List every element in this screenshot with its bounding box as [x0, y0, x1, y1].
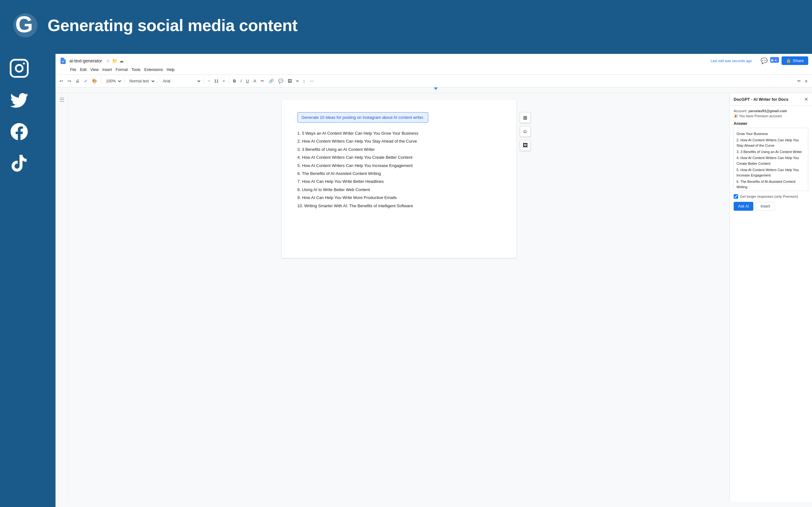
tiktok-icon[interactable]	[8, 152, 30, 174]
docs-body: ☰ Generate 10 ideas for posting on Insta…	[55, 93, 406, 253]
font-dropdown[interactable]: Arial Times New Roman Courier New	[160, 78, 201, 84]
spell-check-button[interactable]: ✓	[83, 78, 89, 84]
star-icon[interactable]: ☆	[106, 58, 110, 63]
font-size-increase[interactable]: +	[221, 78, 227, 84]
underline-button[interactable]: U	[245, 78, 251, 84]
banner-title: Generating social media content	[48, 16, 298, 35]
twitter-icon[interactable]	[8, 89, 30, 111]
menu-file[interactable]: File	[68, 66, 78, 73]
toolbar-sep-1	[101, 78, 101, 84]
docs-filename: ai-text-generator	[69, 58, 102, 63]
redo-button[interactable]: ↪	[66, 78, 72, 84]
folder-icon[interactable]: 📁	[112, 58, 117, 63]
top-banner: G Generating social media content	[0, 0, 406, 51]
menu-view[interactable]: View	[89, 66, 101, 73]
svg-rect-2	[10, 60, 28, 77]
facebook-icon[interactable]	[8, 120, 30, 143]
toolbar-sep-3	[158, 78, 158, 84]
menu-insert[interactable]: Insert	[101, 66, 114, 73]
menu-format[interactable]: Format	[114, 66, 130, 73]
menu-edit[interactable]: Edit	[78, 66, 89, 73]
bold-button[interactable]: B	[232, 78, 238, 84]
doc-content: 1. 5 Ways an AI Content Writer Can Help …	[298, 130, 406, 210]
toolbar-sep-4	[204, 78, 204, 84]
docs-menu-row: File Edit View Insert Format Tools Exten…	[68, 66, 406, 74]
menu-tools[interactable]: Tools	[130, 66, 142, 73]
doc-item-1: 1. 5 Ways an AI Content Writer Can Help …	[298, 130, 406, 137]
google-logo-icon: G	[13, 13, 38, 38]
prompt-box: Generate 10 ideas for posting on Instagr…	[298, 112, 406, 123]
svg-point-3	[15, 65, 22, 72]
font-size-display: 11	[213, 79, 220, 83]
svg-point-4	[23, 62, 25, 65]
docs-container: ai-text-generator ☆ 📁 ☁ Last edit was se…	[55, 54, 406, 253]
paint-format-button[interactable]: 🎨	[90, 78, 99, 84]
line-spacing-button[interactable]: ↕	[301, 78, 307, 84]
doc-item-7: 7. How AI Can Help You Write Better Head…	[298, 178, 406, 185]
link-button[interactable]: 🔗	[267, 78, 275, 84]
menu-help[interactable]: Help	[165, 66, 177, 73]
doc-item-2: 2. How AI Content Writers Can Help You S…	[298, 137, 406, 145]
doc-item-8: 8. Using AI to Write Better Web Content	[298, 186, 406, 193]
align-button[interactable]: ≡	[295, 78, 300, 84]
social-sidebar	[8, 57, 30, 174]
doc-item-3: 3. 3 Benefits of Using an AI Content Wri…	[298, 146, 406, 153]
print-button[interactable]: 🖨	[74, 78, 81, 84]
docs-file-icon	[59, 57, 67, 65]
text-color-button[interactable]: A	[252, 78, 258, 84]
zoom-dropdown[interactable]: 100% 75% 125% 150%	[103, 78, 122, 84]
docs-title-row: ai-text-generator ☆ 📁 ☁ Last edit was se…	[59, 56, 406, 65]
italic-button[interactable]: I	[239, 78, 243, 84]
comment-add-button[interactable]: 💬	[276, 78, 285, 84]
undo-button[interactable]: ↩	[58, 78, 65, 84]
doc-item-9: 9. How AI Can Help You Write More Produc…	[298, 194, 406, 201]
docs-left-sidebar: ☰	[55, 93, 68, 253]
docs-header: ai-text-generator ☆ 📁 ☁ Last edit was se…	[55, 54, 406, 75]
doc-item-10: 10. Writing Smarter With AI: The Benefit…	[298, 202, 406, 210]
svg-text:G: G	[15, 13, 33, 37]
docs-toolbar: ↩ ↪ 🖨 ✓ 🎨 100% 75% 125% 150% Normal text…	[55, 75, 406, 88]
cloud-icon[interactable]: ☁	[119, 58, 124, 63]
toolbar-sep-2	[124, 78, 125, 84]
image-button[interactable]: 🖼	[286, 78, 293, 84]
style-dropdown[interactable]: Normal text Heading 1 Heading 2	[127, 78, 155, 84]
doc-item-4: 4. How AI Content Writers Can Help You C…	[298, 154, 406, 161]
page-nav-icon: ☰	[59, 96, 64, 103]
docs-page-area[interactable]: Generate 10 ideas for posting on Instagr…	[68, 93, 406, 253]
instagram-icon[interactable]	[8, 57, 30, 79]
doc-item-5: 5. How AI Content Writers Can Help You I…	[298, 162, 406, 169]
doc-item-6: 6. The Benefits of AI-Assisted Content W…	[298, 170, 406, 177]
ruler-area	[55, 88, 406, 93]
menu-extensions[interactable]: Extensions	[142, 66, 165, 73]
docs-header-icons: ☆ 📁 ☁	[106, 58, 124, 63]
more-tools-button[interactable]: ⋯	[308, 78, 315, 84]
font-size-decrease[interactable]: −	[206, 78, 212, 84]
doc-page: Generate 10 ideas for posting on Instagr…	[282, 100, 406, 253]
highlight-button[interactable]: ✏	[259, 78, 266, 84]
